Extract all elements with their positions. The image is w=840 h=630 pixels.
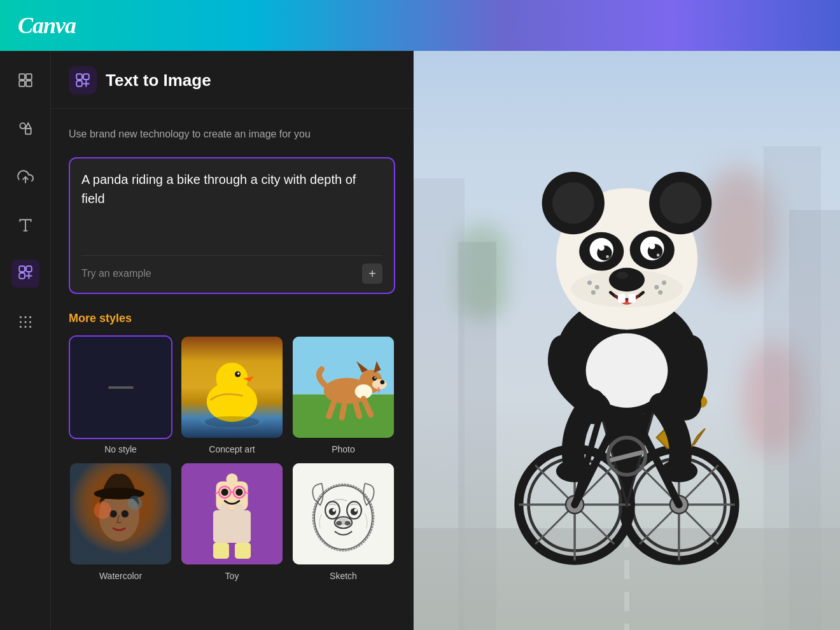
svg-rect-11 [19,273,25,279]
svg-point-141 [661,459,698,482]
no-style-background [70,337,171,438]
style-item-sketch[interactable]: Sketch [291,462,395,581]
panda-illustration [478,80,776,601]
svg-rect-9 [19,266,25,272]
try-example-button[interactable]: + [362,263,382,284]
svg-point-35 [372,379,387,389]
svg-point-126 [599,244,605,250]
canva-logo: Canva [18,12,76,39]
svg-point-20 [29,326,31,328]
corgi-illustration [293,337,394,438]
prompt-input[interactable]: A panda riding a bike through a city wit… [81,170,382,246]
svg-point-72 [351,508,358,515]
svg-point-139 [658,290,662,294]
svg-rect-2 [19,81,25,87]
svg-point-38 [374,377,375,379]
textarea-bottom-bar: Try an example + [81,255,382,293]
panel-header: Text to Image [51,51,413,109]
ai-magic-icon [17,264,34,281]
svg-point-50 [128,496,143,510]
sidebar-item-layout[interactable] [11,66,39,94]
sidebar-item-uploads[interactable] [11,163,39,191]
svg-point-78 [345,521,351,526]
styles-grid: No style [69,335,395,581]
ai-image-icon [17,264,34,284]
style-item-photo[interactable]: Photo [291,335,395,454]
panda-image-container [414,51,840,630]
svg-point-13 [24,316,26,318]
style-label-concept-art: Concept art [209,444,255,454]
svg-point-140 [556,459,594,482]
svg-rect-3 [26,81,32,87]
style-item-no-style[interactable]: No style [69,335,172,454]
svg-point-129 [657,253,660,256]
svg-point-130 [609,267,645,291]
style-item-watercolor[interactable]: Watercolor [69,462,172,581]
sidebar-item-elements[interactable] [11,115,39,143]
svg-rect-61 [213,510,251,543]
svg-point-71 [329,508,336,515]
svg-point-37 [372,376,377,381]
text-icon [17,217,34,234]
style-thumb-lego [180,462,284,566]
svg-point-131 [617,271,629,279]
svg-point-135 [587,280,592,284]
svg-point-29 [204,416,259,428]
style-thumb-no-style [69,335,172,439]
svg-point-14 [29,316,31,318]
svg-point-119 [659,182,701,224]
svg-point-137 [654,284,659,289]
svg-point-12 [19,316,21,318]
panel-body: Use brand new technology to create an im… [51,109,413,589]
svg-point-74 [354,509,358,512]
style-label-watercolor: Watercolor [99,571,142,581]
style-item-lego[interactable]: Toy [180,462,284,581]
svg-point-118 [552,182,594,224]
style-label-photo: Photo [332,444,355,454]
style-thumb-watercolor [69,462,172,566]
sidebar-item-apps[interactable] [11,308,39,336]
svg-rect-133 [628,293,636,302]
svg-rect-10 [26,266,32,272]
sketch-visual [293,463,394,564]
svg-point-55 [235,489,242,496]
sidebar-item-ai-image[interactable] [11,260,39,288]
no-style-dash [108,386,134,389]
style-item-concept-art[interactable]: Concept art [180,335,284,454]
text-to-image-panel-icon [74,72,91,88]
svg-point-128 [606,255,609,258]
photo-visual [293,337,394,438]
svg-rect-0 [19,74,25,80]
shapes-icon [17,120,34,137]
svg-rect-5 [25,129,31,134]
apps-icon [17,314,34,330]
layout-icon [17,72,34,88]
svg-point-77 [336,521,342,526]
svg-point-28 [237,372,239,374]
icon-sidebar [0,51,51,630]
panel-title: Text to Image [106,71,211,90]
duck-illustration [181,337,283,438]
sidebar-item-text[interactable] [11,211,39,239]
canvas-area [414,51,840,630]
prompt-container: A panda riding a bike through a city wit… [69,157,395,294]
text-to-image-panel: Text to Image Use brand new technology t… [51,51,414,630]
try-example-label: Try an example [81,268,151,279]
svg-point-136 [591,290,596,294]
more-styles-title: More styles [69,312,395,325]
style-label-lego: Toy [225,571,239,581]
svg-point-15 [19,321,21,323]
portrait-visual [70,463,171,564]
panel-description: Use brand new technology to create an im… [69,127,395,142]
svg-point-49 [94,501,111,519]
sketch-illustration [293,463,394,564]
svg-point-19 [24,326,26,328]
app-header: Canva [0,0,840,51]
svg-point-16 [24,321,26,323]
more-styles-section: More styles No style [69,312,395,581]
lego-visual [181,463,283,564]
svg-line-40 [342,402,345,417]
svg-point-17 [29,321,31,323]
portrait-illustration [70,463,171,564]
svg-rect-65 [235,543,251,559]
